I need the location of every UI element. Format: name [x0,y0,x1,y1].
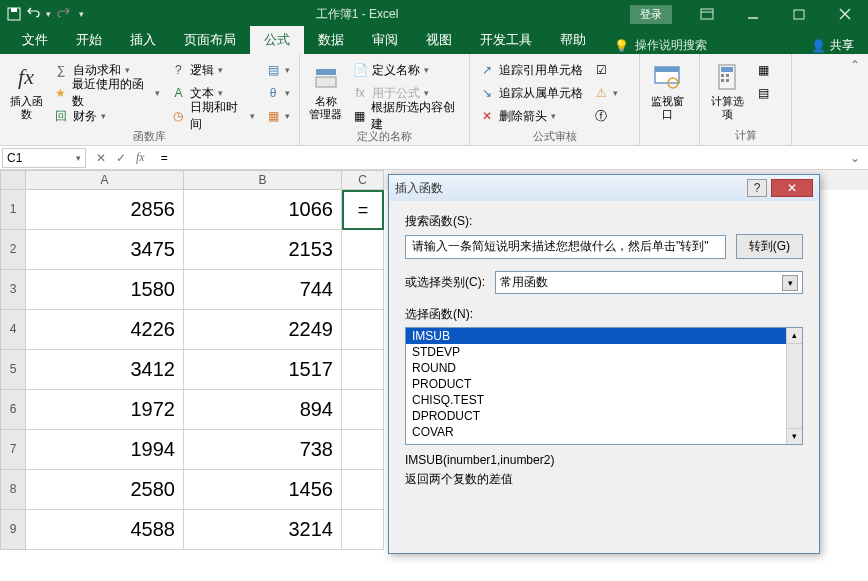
minimize-icon[interactable] [730,0,776,28]
cell[interactable]: 1456 [184,470,342,510]
function-item[interactable]: COVAR [406,424,802,440]
category-select[interactable]: 常用函数 ▾ [495,271,803,294]
tab-layout[interactable]: 页面布局 [170,26,250,54]
name-box[interactable]: C1 ▾ [2,148,86,168]
tab-data[interactable]: 数据 [304,26,358,54]
datetime-button[interactable]: ◷日期和时间▾ [167,105,258,127]
close-icon[interactable] [822,0,868,28]
trace-dep-button[interactable]: ↘追踪从属单元格 [476,82,586,104]
fx-button-icon[interactable]: fx [136,150,145,165]
more-fn-button[interactable]: ▦▾ [262,105,293,127]
undo-icon[interactable] [26,6,42,22]
function-item[interactable]: IMSUB [406,328,802,344]
cell[interactable] [342,470,384,510]
cell[interactable]: 894 [184,390,342,430]
tab-review[interactable]: 审阅 [358,26,412,54]
row-header[interactable]: 7 [0,430,26,470]
cell[interactable]: 2856 [26,190,184,230]
cell[interactable]: 2249 [184,310,342,350]
formula-input[interactable]: = [155,149,842,167]
redo-icon[interactable] [55,6,71,22]
logic-button[interactable]: ?逻辑▾ [167,59,258,81]
cell[interactable]: 2580 [26,470,184,510]
cell[interactable]: 3412 [26,350,184,390]
tab-file[interactable]: 文件 [8,26,62,54]
cell[interactable]: 2153 [184,230,342,270]
cell[interactable]: 1994 [26,430,184,470]
row-header[interactable]: 9 [0,510,26,550]
insert-function-button[interactable]: fx 插入函数 [6,57,46,127]
cell[interactable]: 3214 [184,510,342,550]
watch-window-button[interactable]: 监视窗口 [646,57,688,141]
evaluate-button[interactable]: ⓕ [590,105,621,127]
function-item[interactable]: ROUND [406,360,802,376]
function-item[interactable]: STDEVP [406,344,802,360]
spreadsheet-grid[interactable]: A B C 128561066=234752153315807444422622… [0,170,868,581]
cell[interactable]: 744 [184,270,342,310]
save-icon[interactable] [6,6,22,22]
cell[interactable]: 3475 [26,230,184,270]
namebox-dropdown-icon[interactable]: ▾ [76,153,81,163]
col-header-A[interactable]: A [26,170,184,190]
confirm-icon[interactable]: ✓ [116,151,126,165]
ribbon-opts-icon[interactable] [684,0,730,28]
tell-me-search[interactable]: 💡 操作说明搜索 [600,37,721,54]
calc-options-button[interactable]: 计算选项 [706,57,748,126]
cancel-icon[interactable]: ✕ [96,151,106,165]
calc-now-button[interactable]: ▦ [752,59,774,81]
define-name-button[interactable]: 📄定义名称▾ [349,59,463,81]
tab-home[interactable]: 开始 [62,26,116,54]
cell[interactable] [342,310,384,350]
trace-prec-button[interactable]: ↗追踪引用单元格 [476,59,586,81]
math-button[interactable]: θ▾ [262,82,293,104]
col-header-C[interactable]: C [342,170,384,190]
go-button[interactable]: 转到(G) [736,234,803,259]
function-list[interactable]: IMSUBSTDEVPROUNDPRODUCTCHISQ.TESTDPRODUC… [405,327,803,445]
cell[interactable] [342,350,384,390]
create-from-sel-button[interactable]: ▦根据所选内容创建 [349,105,463,127]
recent-button[interactable]: ★最近使用的函数▾ [50,82,163,104]
function-item[interactable]: DPRODUCT [406,408,802,424]
tab-help[interactable]: 帮助 [546,26,600,54]
tab-view[interactable]: 视图 [412,26,466,54]
name-manager-button[interactable]: 名称 管理器 [306,57,345,127]
expand-bar-icon[interactable]: ⌄ [842,151,868,165]
cell[interactable]: 1517 [184,350,342,390]
function-item[interactable]: PRODUCT [406,376,802,392]
lookup-button[interactable]: ▤▾ [262,59,293,81]
dialog-close-icon[interactable]: ✕ [771,179,813,197]
search-input[interactable] [405,235,726,259]
row-header[interactable]: 6 [0,390,26,430]
col-header-B[interactable]: B [184,170,342,190]
share-button[interactable]: 👤 共享 [797,37,868,54]
row-header[interactable]: 8 [0,470,26,510]
scroll-down-icon[interactable]: ▾ [787,428,802,444]
collapse-ribbon-icon[interactable]: ⌃ [850,58,860,72]
undo-dropdown-icon[interactable]: ▾ [46,9,51,19]
select-all-corner[interactable] [0,170,26,190]
login-button[interactable]: 登录 [630,5,672,24]
cell[interactable]: 1972 [26,390,184,430]
row-header[interactable]: 3 [0,270,26,310]
scroll-up-icon[interactable]: ▴ [787,328,802,344]
show-formula-button[interactable]: ☑ [590,59,621,81]
cell[interactable]: 1580 [26,270,184,310]
row-header[interactable]: 4 [0,310,26,350]
cell[interactable]: 4588 [26,510,184,550]
error-check-button[interactable]: ⚠▾ [590,82,621,104]
cell[interactable] [342,270,384,310]
cell[interactable]: = [342,190,384,230]
cell[interactable] [342,510,384,550]
cell[interactable] [342,390,384,430]
cell[interactable] [342,430,384,470]
tab-insert[interactable]: 插入 [116,26,170,54]
cell[interactable] [342,230,384,270]
cell[interactable]: 738 [184,430,342,470]
row-header[interactable]: 2 [0,230,26,270]
remove-arrows-button[interactable]: ✕删除箭头▾ [476,105,586,127]
tab-dev[interactable]: 开发工具 [466,26,546,54]
scrollbar[interactable]: ▴ ▾ [786,328,802,444]
dialog-help-icon[interactable]: ? [747,179,767,197]
row-header[interactable]: 5 [0,350,26,390]
chevron-down-icon[interactable]: ▾ [782,275,798,291]
